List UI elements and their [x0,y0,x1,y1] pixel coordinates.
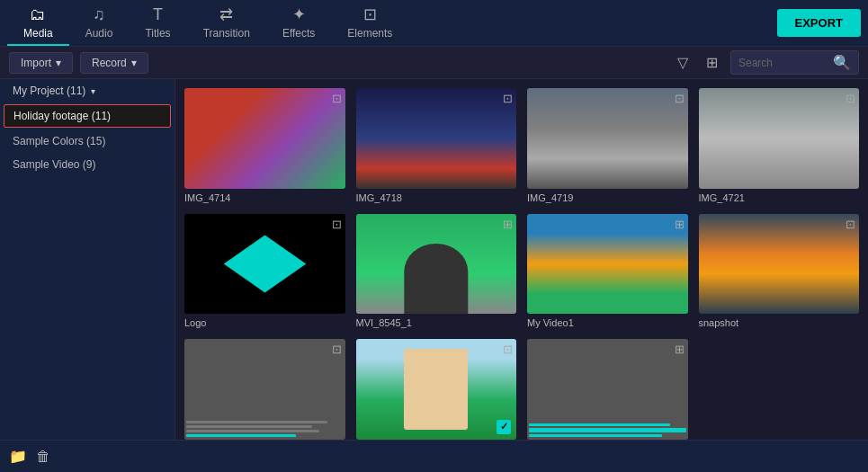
media-type-icon: ⊡ [332,343,342,356]
media-item-name: My Video1 [527,317,688,328]
nav-item-elements[interactable]: ⊡ Elements [331,0,408,46]
holiday-label: Holiday footage (11) [13,110,111,122]
nav-label-media: Media [23,27,53,40]
media-thumbnail: ⊡ [699,88,860,189]
media-thumbnail: ⊞ [356,214,517,315]
media-item-name: IMG_4714 [184,192,345,203]
media-thumbnail: ⊡ [184,339,345,440]
sidebar-item-sample-video[interactable]: Sample Video (9) [0,153,174,176]
nav-label-titles: Titles [145,27,170,40]
sidebar: My Project (11) ▾ Holiday footage (11) S… [0,79,175,440]
media-type-icon: ⊞ [675,343,685,356]
sidebar-item-sample-colors[interactable]: Sample Colors (15) [0,129,174,153]
record-chevron-icon: ▾ [131,57,137,69]
import-label: Import [21,57,51,69]
media-grid: ⊡ IMG_4714 ⊡ IMG_4718 ⊡ IMG_4719 [184,88,859,440]
nav-label-elements: Elements [347,27,392,40]
media-item-name: Logo [184,317,345,328]
media-thumbnail: ⊡ [356,88,517,189]
nav-label-effects: Effects [282,27,315,40]
sidebar-item-project[interactable]: My Project (11) ▾ [0,79,174,102]
list-item[interactable]: ⊡ IMG_4718 [356,88,517,203]
record-label: Record [92,57,127,69]
transition-icon: ⇄ [219,4,233,24]
media-thumbnail: ⊡ [527,88,688,189]
media-type-icon: ⊞ [503,218,513,231]
list-item[interactable]: ⊡ IMG_4714 [184,88,345,203]
elements-icon: ⊡ [363,4,377,24]
grid-view-button[interactable]: ⊞ [701,50,723,75]
top-navigation: 🗂 Media ♫ Audio T Titles ⇄ Transition ✦ … [0,0,868,47]
nav-item-transition[interactable]: ⇄ Transition [187,0,266,46]
list-item[interactable]: ⊡ ✓ Stocksy_txpfd042cd3EA... [356,339,517,440]
add-media-button[interactable]: 📁 [9,448,27,465]
nav-item-effects[interactable]: ✦ Effects [266,0,331,46]
media-type-icon: ⊡ [332,218,342,231]
nav-item-media[interactable]: 🗂 Media [7,0,69,46]
titles-icon: T [153,5,163,24]
import-chevron-icon: ▾ [56,57,61,69]
search-icon: 🔍 [833,54,851,71]
media-type-icon: ⊡ [503,92,513,105]
list-item[interactable]: ⊞ My Video1 [527,214,688,329]
media-toolbar: Import ▾ Record ▾ ▽ ⊞ 🔍 [0,47,868,79]
media-item-name: IMG_4721 [699,192,860,203]
search-input[interactable] [738,57,828,69]
search-box: 🔍 [730,50,859,75]
list-item[interactable]: ⊡ snapshot [699,214,860,329]
sidebar-item-holiday[interactable]: Holiday footage (11) [4,104,171,128]
sample-video-label: Sample Video (9) [13,158,96,171]
media-type-icon: ⊡ [503,343,513,356]
nav-label-audio: Audio [85,27,113,40]
media-thumbnail: ⊡ ✓ [356,339,517,440]
selected-check-icon: ✓ [497,420,511,434]
media-item-name: snapshot [699,317,860,328]
media-thumbnail: ⊡ [184,88,345,189]
media-thumbnail: ⊡ [184,214,345,315]
list-item[interactable]: ⊡ Logo [184,214,345,329]
nav-item-titles[interactable]: T Titles [129,0,186,46]
sidebar-collapse-handle[interactable]: ‹ [174,242,175,278]
list-item[interactable]: ⊡ IMG_4719 [527,88,688,203]
audio-icon: ♫ [93,5,105,24]
list-item[interactable]: ⊞ MVI_8545_1 [356,214,517,329]
import-button[interactable]: Import ▾ [9,52,73,74]
media-type-icon: ⊞ [675,218,685,231]
filter-button[interactable]: ▽ [672,50,694,75]
media-thumbnail: ⊞ [527,214,688,315]
media-grid-area: ⊡ IMG_4714 ⊡ IMG_4718 ⊡ IMG_4719 [175,79,868,440]
bottom-bar: 📁 🗑 [0,440,868,472]
nav-items: 🗂 Media ♫ Audio T Titles ⇄ Transition ✦ … [7,0,408,46]
list-item[interactable]: ⊡ snapshot1 [184,339,345,440]
project-chevron-icon: ▾ [91,86,95,96]
main-content: My Project (11) ▾ Holiday footage (11) S… [0,79,868,440]
list-item[interactable]: ⊞ VID_20181217_165508 [527,339,688,440]
nav-label-transition: Transition [203,27,250,40]
media-item-name: IMG_4719 [527,192,688,203]
record-button[interactable]: Record ▾ [80,52,148,74]
list-item[interactable]: ⊡ IMG_4721 [699,88,860,203]
media-type-icon: ⊡ [846,92,855,105]
sample-colors-label: Sample Colors (15) [13,135,105,147]
media-item-name: MVI_8545_1 [356,317,517,328]
media-type-icon: ⊡ [675,92,685,105]
remove-media-button[interactable]: 🗑 [36,449,50,465]
media-thumbnail: ⊡ [699,214,860,315]
nav-item-audio[interactable]: ♫ Audio [69,0,130,46]
media-icon: 🗂 [30,5,46,24]
media-type-icon: ⊡ [332,92,342,105]
project-label: My Project (11) [13,85,85,97]
effects-icon: ✦ [292,4,306,24]
export-button[interactable]: EXPORT [777,9,861,37]
media-type-icon: ⊡ [846,218,855,231]
media-thumbnail: ⊞ [527,339,688,440]
media-item-name: IMG_4718 [356,192,517,203]
